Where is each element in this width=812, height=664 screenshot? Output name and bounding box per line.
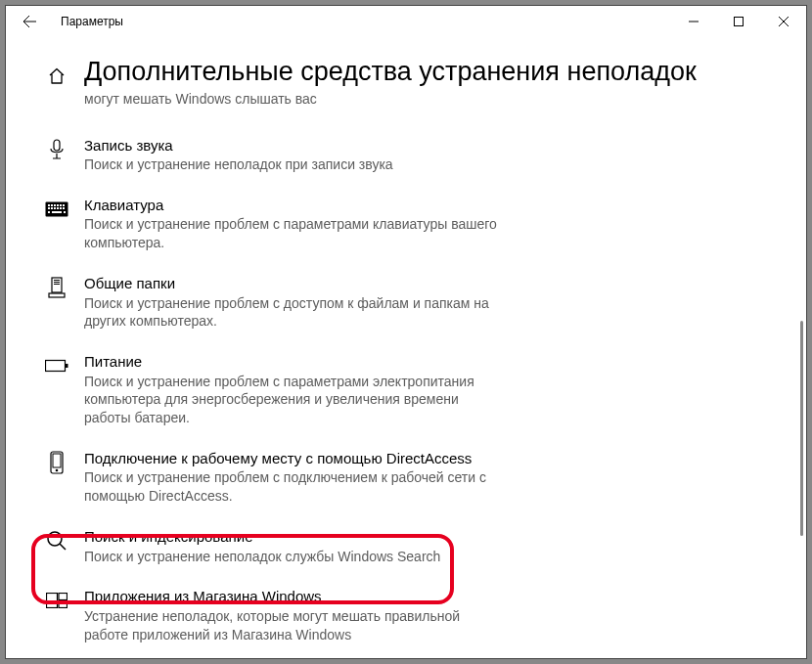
svg-rect-16 [52, 211, 62, 213]
maximize-button[interactable] [716, 6, 761, 37]
page-subtitle: могут мешать Windows слышать вас [84, 91, 697, 107]
troubleshooter-search-indexing[interactable]: Поиск и индексирование Поиск и устранени… [45, 521, 751, 581]
vertical-scrollbar[interactable] [790, 37, 806, 658]
item-title: Питание [84, 352, 505, 372]
troubleshooter-shared-folders[interactable]: Общие папки Поиск и устранение проблем с… [45, 268, 751, 346]
item-desc: Поиск и устранение проблем с доступом к … [84, 294, 505, 332]
svg-rect-1 [54, 140, 60, 151]
svg-rect-0 [735, 18, 744, 26]
window-title: Параметры [53, 15, 123, 28]
item-desc: Поиск и устранение неполадок при записи … [84, 155, 393, 174]
svg-rect-30 [59, 594, 68, 600]
svg-rect-12 [57, 207, 59, 209]
svg-point-27 [56, 469, 59, 472]
item-title: Общие папки [84, 274, 505, 293]
svg-rect-17 [64, 211, 66, 213]
page-title: Дополнительные средства устранения непол… [84, 55, 697, 89]
item-title: Поиск и индексирование [84, 527, 440, 547]
svg-rect-13 [60, 207, 62, 209]
scroll-area: Дополнительные средства устранения непол… [6, 37, 790, 658]
item-desc: Поиск и устранение проблем с параметрами… [84, 215, 505, 252]
item-desc: Устранение неполадок, которые могут меша… [84, 607, 505, 644]
svg-rect-9 [48, 207, 50, 209]
arrow-left-icon [22, 14, 37, 29]
server-icon [45, 276, 68, 299]
home-icon [47, 66, 67, 86]
minimize-icon [689, 17, 699, 26]
home-button[interactable] [45, 65, 68, 88]
keyboard-icon [45, 198, 68, 221]
minimize-button[interactable] [671, 6, 716, 37]
svg-rect-29 [47, 594, 58, 608]
troubleshooter-list: Запись звука Поиск и устранение неполадо… [45, 130, 751, 658]
svg-rect-3 [48, 204, 50, 206]
svg-rect-22 [49, 293, 65, 297]
svg-rect-7 [60, 204, 62, 206]
svg-rect-15 [48, 211, 50, 213]
microphone-icon [45, 138, 68, 161]
content-area: Дополнительные средства устранения непол… [6, 37, 806, 658]
svg-rect-21 [54, 284, 60, 285]
svg-rect-19 [54, 280, 60, 281]
svg-rect-24 [66, 364, 68, 368]
phone-icon [45, 451, 68, 474]
troubleshooter-audio-recording[interactable]: Запись звука Поиск и устранение неполадо… [45, 130, 751, 190]
settings-window: Параметры [5, 5, 807, 659]
item-desc: Поиск и устранение проблем с параметрами… [84, 373, 505, 428]
svg-rect-5 [54, 204, 56, 206]
back-button[interactable] [6, 6, 53, 37]
item-desc: Поиск и устранение проблем с подключение… [84, 468, 505, 506]
troubleshooter-keyboard[interactable]: Клавиатура Поиск и устранение проблем с … [45, 190, 751, 268]
svg-rect-10 [51, 207, 53, 209]
scrollbar-thumb[interactable] [800, 321, 803, 536]
item-title: Запись звука [84, 136, 393, 155]
svg-rect-4 [51, 204, 53, 206]
titlebar: Параметры [6, 6, 806, 37]
svg-rect-26 [53, 454, 61, 467]
svg-rect-23 [46, 361, 66, 372]
search-icon [45, 529, 68, 553]
svg-rect-8 [63, 204, 65, 206]
item-title: Клавиатура [84, 196, 505, 215]
svg-rect-14 [63, 207, 65, 209]
close-icon [779, 17, 789, 26]
svg-point-28 [48, 532, 62, 546]
item-title: Подключение к рабочему месту с помощью D… [84, 449, 505, 468]
item-desc: Поиск и устранение неполадок службы Wind… [84, 548, 440, 566]
troubleshooter-power[interactable]: Питание Поиск и устранение проблем с пар… [45, 346, 751, 443]
maximize-icon [734, 17, 744, 26]
item-title: Приложения из Магазина Windows [84, 587, 505, 606]
apps-icon [45, 589, 68, 612]
svg-rect-11 [54, 207, 56, 209]
svg-rect-31 [59, 601, 68, 608]
troubleshooter-directaccess[interactable]: Подключение к рабочему месту с помощью D… [45, 443, 751, 521]
battery-icon [45, 354, 68, 377]
troubleshooter-store-apps[interactable]: Приложения из Магазина Windows Устранени… [45, 581, 751, 658]
svg-rect-20 [54, 282, 60, 283]
close-button[interactable] [761, 6, 806, 37]
svg-rect-6 [57, 204, 59, 206]
